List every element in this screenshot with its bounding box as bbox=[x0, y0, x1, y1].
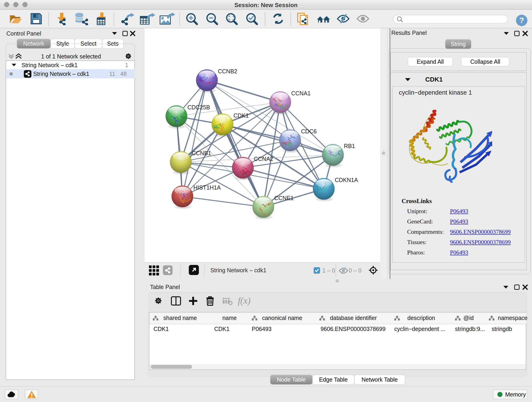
svg-text:CDKN1A: CDKN1A bbox=[335, 177, 358, 183]
svg-text:CDC6: CDC6 bbox=[301, 128, 317, 134]
svg-text:CCNA1: CCNA1 bbox=[291, 90, 311, 96]
svg-text:CDC25B: CDC25B bbox=[187, 104, 210, 110]
svg-text:HIST1H1A: HIST1H1A bbox=[193, 184, 221, 191]
svg-text:CCNB2: CCNB2 bbox=[218, 68, 237, 75]
svg-text:CCNE1: CCNE1 bbox=[274, 195, 294, 201]
svg-text:CDK1: CDK1 bbox=[234, 112, 249, 119]
svg-text:RB1: RB1 bbox=[344, 143, 355, 149]
svg-text:CCNB1: CCNB1 bbox=[192, 150, 211, 156]
svg-text:CCNA2: CCNA2 bbox=[254, 156, 273, 162]
